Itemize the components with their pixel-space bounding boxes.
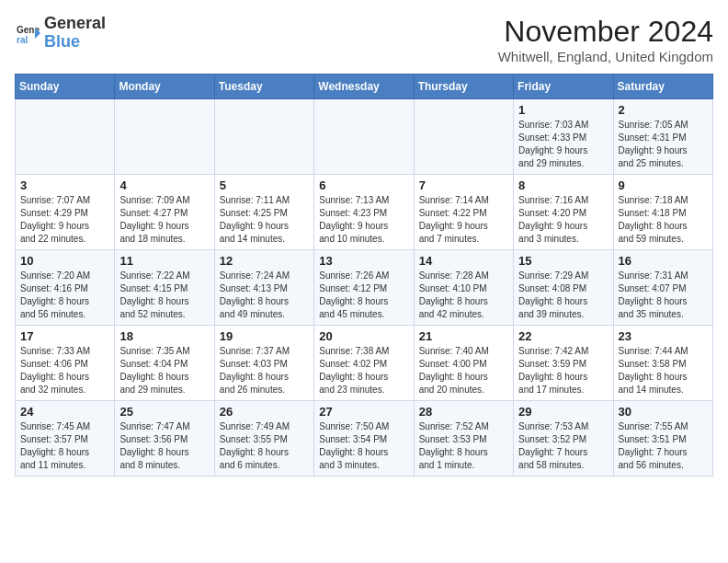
day-info: Sunrise: 7:44 AM Sunset: 3:58 PM Dayligh… [619,345,708,396]
calendar-week-row: 24Sunrise: 7:45 AM Sunset: 3:57 PM Dayli… [16,401,713,477]
day-info: Sunrise: 7:09 AM Sunset: 4:27 PM Dayligh… [119,194,209,246]
day-info: Sunrise: 7:52 AM Sunset: 3:53 PM Dayligh… [419,420,508,472]
calendar-cell: 1Sunrise: 7:03 AM Sunset: 4:33 PM Daylig… [514,99,613,175]
day-header-thursday: Thursday [414,75,513,99]
calendar-cell: 20Sunrise: 7:38 AM Sunset: 4:02 PM Dayli… [314,326,414,401]
day-number: 16 [619,254,708,268]
calendar-cell: 12Sunrise: 7:24 AM Sunset: 4:13 PM Dayli… [214,250,313,326]
logo-line2: Blue [44,33,106,52]
day-header-saturday: Saturday [613,75,712,99]
day-info: Sunrise: 7:22 AM Sunset: 4:15 PM Dayligh… [119,270,209,321]
calendar-cell: 3Sunrise: 7:07 AM Sunset: 4:29 PM Daylig… [16,175,115,250]
calendar-cell [414,99,513,175]
calendar-cell: 23Sunrise: 7:44 AM Sunset: 3:58 PM Dayli… [613,326,712,401]
day-number: 29 [518,405,608,419]
calendar-cell: 29Sunrise: 7:53 AM Sunset: 3:52 PM Dayli… [514,401,613,477]
calendar-cell: 28Sunrise: 7:52 AM Sunset: 3:53 PM Dayli… [414,401,513,477]
day-info: Sunrise: 7:05 AM Sunset: 4:31 PM Dayligh… [619,119,708,170]
calendar-cell: 16Sunrise: 7:31 AM Sunset: 4:07 PM Dayli… [613,250,712,326]
day-info: Sunrise: 7:55 AM Sunset: 3:51 PM Dayligh… [619,420,708,472]
day-number: 5 [220,178,309,192]
day-number: 26 [220,405,309,419]
calendar-cell: 11Sunrise: 7:22 AM Sunset: 4:15 PM Dayli… [115,250,214,326]
logo: Gene ral General Blue [15,15,106,52]
logo-line1: General [44,15,106,33]
header: Gene ral General Blue November 2024 Whit… [15,15,713,64]
day-number: 9 [619,178,708,192]
day-header-monday: Monday [115,75,214,99]
day-number: 15 [518,254,608,268]
day-info: Sunrise: 7:20 AM Sunset: 4:16 PM Dayligh… [20,270,109,321]
day-info: Sunrise: 7:07 AM Sunset: 4:29 PM Dayligh… [20,194,109,246]
calendar-cell: 5Sunrise: 7:11 AM Sunset: 4:25 PM Daylig… [214,175,313,250]
svg-text:ral: ral [17,35,28,45]
day-info: Sunrise: 7:31 AM Sunset: 4:07 PM Dayligh… [619,270,708,321]
day-number: 21 [419,329,508,343]
day-info: Sunrise: 7:14 AM Sunset: 4:22 PM Dayligh… [419,194,508,246]
day-number: 30 [619,405,708,419]
day-info: Sunrise: 7:26 AM Sunset: 4:12 PM Dayligh… [319,270,408,321]
day-number: 11 [119,254,209,268]
day-info: Sunrise: 7:13 AM Sunset: 4:23 PM Dayligh… [319,194,408,246]
day-header-wednesday: Wednesday [314,75,414,99]
day-number: 1 [518,103,608,117]
day-info: Sunrise: 7:38 AM Sunset: 4:02 PM Dayligh… [319,345,408,396]
month-title: November 2024 [498,15,713,49]
day-info: Sunrise: 7:45 AM Sunset: 3:57 PM Dayligh… [20,420,109,472]
day-number: 8 [518,178,608,192]
day-number: 27 [319,405,408,419]
day-info: Sunrise: 7:29 AM Sunset: 4:08 PM Dayligh… [518,270,608,321]
day-info: Sunrise: 7:42 AM Sunset: 3:59 PM Dayligh… [518,345,608,396]
day-number: 7 [419,178,508,192]
location: Whitwell, England, United Kingdom [498,49,713,64]
day-header-friday: Friday [514,75,613,99]
day-info: Sunrise: 7:49 AM Sunset: 3:55 PM Dayligh… [220,420,309,472]
day-number: 6 [319,178,408,192]
day-header-row: SundayMondayTuesdayWednesdayThursdayFrid… [16,75,713,99]
day-number: 18 [119,329,209,343]
calendar-cell: 17Sunrise: 7:33 AM Sunset: 4:06 PM Dayli… [16,326,115,401]
day-number: 24 [20,405,109,419]
day-number: 10 [20,254,109,268]
day-number: 25 [119,405,209,419]
day-info: Sunrise: 7:28 AM Sunset: 4:10 PM Dayligh… [419,270,508,321]
calendar-cell: 25Sunrise: 7:47 AM Sunset: 3:56 PM Dayli… [115,401,214,477]
day-number: 2 [619,103,708,117]
day-info: Sunrise: 7:16 AM Sunset: 4:20 PM Dayligh… [518,194,608,246]
calendar-cell: 26Sunrise: 7:49 AM Sunset: 3:55 PM Dayli… [214,401,313,477]
calendar-cell: 13Sunrise: 7:26 AM Sunset: 4:12 PM Dayli… [314,250,414,326]
calendar-cell: 2Sunrise: 7:05 AM Sunset: 4:31 PM Daylig… [613,99,712,175]
calendar-cell: 8Sunrise: 7:16 AM Sunset: 4:20 PM Daylig… [514,175,613,250]
day-info: Sunrise: 7:11 AM Sunset: 4:25 PM Dayligh… [220,194,309,246]
calendar-cell: 19Sunrise: 7:37 AM Sunset: 4:03 PM Dayli… [214,326,313,401]
calendar-cell [214,99,313,175]
day-info: Sunrise: 7:33 AM Sunset: 4:06 PM Dayligh… [20,345,109,396]
day-number: 4 [119,178,209,192]
logo-text: General Blue [44,15,106,52]
calendar-cell [16,99,115,175]
logo-icon: Gene ral [15,20,40,46]
day-number: 23 [619,329,708,343]
calendar-cell: 6Sunrise: 7:13 AM Sunset: 4:23 PM Daylig… [314,175,414,250]
day-info: Sunrise: 7:37 AM Sunset: 4:03 PM Dayligh… [220,345,309,396]
calendar-week-row: 1Sunrise: 7:03 AM Sunset: 4:33 PM Daylig… [16,99,713,175]
day-info: Sunrise: 7:35 AM Sunset: 4:04 PM Dayligh… [119,345,209,396]
day-number: 3 [20,178,109,192]
day-number: 17 [20,329,109,343]
calendar-cell: 15Sunrise: 7:29 AM Sunset: 4:08 PM Dayli… [514,250,613,326]
calendar-table: SundayMondayTuesdayWednesdayThursdayFrid… [15,74,713,477]
day-info: Sunrise: 7:18 AM Sunset: 4:18 PM Dayligh… [619,194,708,246]
day-info: Sunrise: 7:50 AM Sunset: 3:54 PM Dayligh… [319,420,408,472]
day-info: Sunrise: 7:53 AM Sunset: 3:52 PM Dayligh… [518,420,608,472]
day-number: 14 [419,254,508,268]
day-info: Sunrise: 7:40 AM Sunset: 4:00 PM Dayligh… [419,345,508,396]
day-info: Sunrise: 7:24 AM Sunset: 4:13 PM Dayligh… [220,270,309,321]
day-number: 19 [220,329,309,343]
day-number: 12 [220,254,309,268]
day-header-tuesday: Tuesday [214,75,313,99]
day-header-sunday: Sunday [16,75,115,99]
day-info: Sunrise: 7:03 AM Sunset: 4:33 PM Dayligh… [518,119,608,170]
calendar-cell: 4Sunrise: 7:09 AM Sunset: 4:27 PM Daylig… [115,175,214,250]
calendar-cell: 14Sunrise: 7:28 AM Sunset: 4:10 PM Dayli… [414,250,513,326]
calendar-cell: 22Sunrise: 7:42 AM Sunset: 3:59 PM Dayli… [514,326,613,401]
